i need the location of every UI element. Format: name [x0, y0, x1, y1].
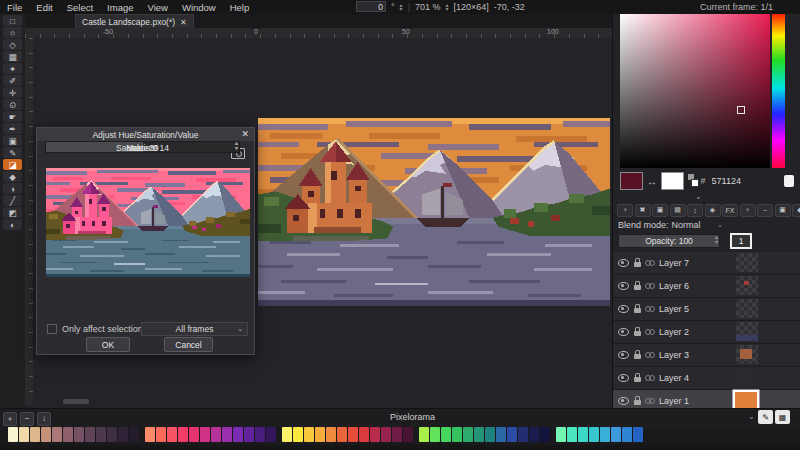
- palette-button[interactable]: ↓: [37, 412, 51, 426]
- lock-icon[interactable]: [634, 285, 641, 290]
- cel-thumbnail[interactable]: [736, 322, 758, 341]
- palette-swatch[interactable]: [167, 427, 177, 442]
- palette-swatch[interactable]: [211, 427, 221, 442]
- blend-mode-dropdown[interactable]: Blend mode: Normal ⌄: [618, 219, 723, 231]
- layer-tool-button[interactable]: ＋: [617, 204, 633, 217]
- lock-icon[interactable]: [634, 400, 641, 405]
- palette-swatch[interactable]: [8, 427, 18, 442]
- tool-button[interactable]: ▣: [3, 135, 22, 146]
- palette-swatch[interactable]: [485, 427, 495, 442]
- palette-swatch[interactable]: [556, 427, 566, 442]
- layer-tool-button[interactable]: ◈: [705, 204, 721, 217]
- palette-swatch[interactable]: [381, 427, 391, 442]
- palette-swatch[interactable]: [359, 427, 369, 442]
- palette-swatch[interactable]: [348, 427, 358, 442]
- dialog-close-icon[interactable]: ✕: [241, 129, 249, 139]
- tool-button[interactable]: ◑: [3, 183, 22, 194]
- palette-swatch[interactable]: [403, 427, 413, 442]
- tool-button[interactable]: ╱: [3, 195, 22, 206]
- menu-item[interactable]: Edit: [29, 2, 59, 13]
- palette-swatch[interactable]: [507, 427, 517, 442]
- tool-button[interactable]: ✐: [3, 75, 22, 86]
- palette-swatch[interactable]: [63, 427, 73, 442]
- palette-swatch[interactable]: [129, 427, 139, 442]
- palette-swatch[interactable]: [244, 427, 254, 442]
- layer-tool-button[interactable]: FX: [722, 204, 738, 217]
- palette-swatch[interactable]: [567, 427, 577, 442]
- cel-thumbnail[interactable]: [736, 253, 758, 272]
- zoom-stepper[interactable]: ▴▾: [446, 3, 449, 11]
- palette-swatch[interactable]: [496, 427, 506, 442]
- palette-swatch[interactable]: [118, 427, 128, 442]
- tool-button[interactable]: ○: [3, 27, 22, 38]
- palette-swatch[interactable]: [633, 427, 643, 442]
- saturation-value-picker[interactable]: [620, 14, 770, 168]
- palette-swatch[interactable]: [441, 427, 451, 442]
- visibility-eye-icon[interactable]: [618, 305, 629, 313]
- layer-tool-button[interactable]: ▣: [652, 204, 668, 217]
- layer-row[interactable]: Layer 2: [613, 321, 800, 344]
- palette-swatch[interactable]: [233, 427, 243, 442]
- visibility-eye-icon[interactable]: [618, 397, 629, 405]
- opacity-slider[interactable]: Opacity: 100 ▴▾: [618, 234, 720, 248]
- palette-swatch[interactable]: [419, 427, 429, 442]
- edit-palette-icon[interactable]: ✎: [758, 410, 773, 424]
- palette-swatch[interactable]: [326, 427, 336, 442]
- palette-swatch[interactable]: [107, 427, 117, 442]
- tab-castle-landscape[interactable]: Castle Landscape.pxo(*) ✕: [75, 14, 194, 29]
- cancel-button[interactable]: Cancel: [164, 337, 213, 352]
- menu-item[interactable]: Select: [60, 2, 100, 13]
- tool-button[interactable]: ☛: [3, 111, 22, 122]
- frame-tool-button[interactable]: ▣: [775, 204, 791, 217]
- rotation-stepper[interactable]: ▴▾: [400, 3, 403, 11]
- palette-swatch[interactable]: [589, 427, 599, 442]
- palette-swatch[interactable]: [370, 427, 380, 442]
- layer-row[interactable]: Layer 7: [613, 252, 800, 275]
- tool-button[interactable]: ✦: [3, 63, 22, 74]
- palette-swatch[interactable]: [145, 427, 155, 442]
- lock-icon[interactable]: [634, 354, 641, 359]
- palette-button[interactable]: −: [20, 412, 34, 426]
- default-colors-icon[interactable]: [688, 174, 697, 188]
- visibility-eye-icon[interactable]: [618, 282, 629, 290]
- background-color-swatch[interactable]: [661, 172, 684, 190]
- tool-button[interactable]: ◩: [3, 207, 22, 218]
- menu-item[interactable]: Image: [100, 2, 140, 13]
- dialog-titlebar[interactable]: Adjust Hue/Saturation/Value ✕: [37, 128, 254, 141]
- palette-swatch[interactable]: [85, 427, 95, 442]
- palette-swatch[interactable]: [474, 427, 484, 442]
- frame-tool-button[interactable]: ◆: [792, 204, 800, 217]
- menu-item[interactable]: File: [0, 2, 29, 13]
- tool-button[interactable]: ✒: [3, 123, 22, 134]
- palette-swatch[interactable]: [529, 427, 539, 442]
- tool-button[interactable]: ◪: [3, 159, 22, 170]
- frame-1-header[interactable]: 1: [730, 233, 752, 249]
- swap-colors-icon[interactable]: ↔: [647, 176, 657, 187]
- tool-button[interactable]: ▦: [3, 51, 22, 62]
- palette-swatch[interactable]: [578, 427, 588, 442]
- layer-row[interactable]: Layer 5: [613, 298, 800, 321]
- cel-thumbnail[interactable]: [736, 345, 758, 364]
- visibility-eye-icon[interactable]: [618, 259, 629, 267]
- palette-swatch[interactable]: [315, 427, 325, 442]
- layer-tool-button[interactable]: ✖: [635, 204, 651, 217]
- menu-item[interactable]: Help: [223, 2, 257, 13]
- layer-row[interactable]: Layer 3: [613, 344, 800, 367]
- horizontal-scrollbar[interactable]: [63, 399, 89, 404]
- palette-swatch[interactable]: [52, 427, 62, 442]
- layer-row[interactable]: Layer 6: [613, 275, 800, 298]
- only-affect-selection-checkbox[interactable]: [47, 324, 57, 334]
- foreground-color-swatch[interactable]: [620, 172, 643, 190]
- dialog-slider[interactable]: Value: 0 ▴▾: [45, 141, 240, 153]
- palette-select-dropdown[interactable]: Pixelorama: [390, 412, 435, 422]
- menu-item[interactable]: Window: [175, 2, 223, 13]
- lock-icon[interactable]: [634, 331, 641, 336]
- tool-button[interactable]: ◇: [3, 39, 22, 50]
- palette-swatch[interactable]: [463, 427, 473, 442]
- tool-button[interactable]: ◆: [3, 171, 22, 182]
- canvas[interactable]: [258, 118, 610, 306]
- palette-swatch[interactable]: [551, 427, 555, 442]
- tool-button[interactable]: ✎: [3, 147, 22, 158]
- palette-swatch[interactable]: [178, 427, 188, 442]
- menu-item[interactable]: View: [141, 2, 175, 13]
